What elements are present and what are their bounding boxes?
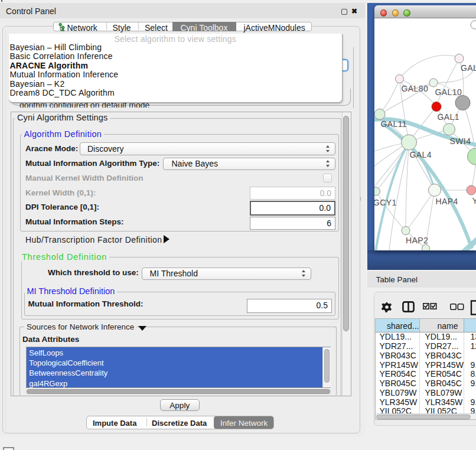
svg-text:GAL80: GAL80: [402, 84, 429, 93]
svg-text:HAP4: HAP4: [436, 197, 458, 206]
svg-text:SWI4: SWI4: [450, 136, 471, 146]
svg-text:GAL1: GAL1: [438, 112, 459, 122]
svg-text:GAL10: GAL10: [435, 87, 462, 97]
svg-text:GAL11: GAL11: [381, 119, 407, 129]
svg-text:GAL2: GAL2: [461, 63, 476, 73]
svg-text:Y: Y: [472, 196, 476, 206]
svg-text:GCY1: GCY1: [374, 198, 397, 207]
svg-text:HAP2: HAP2: [406, 236, 428, 245]
svg-text:GAL4: GAL4: [410, 150, 432, 159]
